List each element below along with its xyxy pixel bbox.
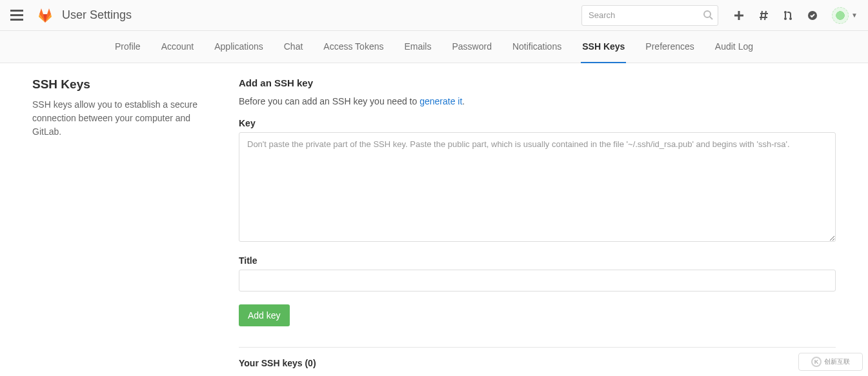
hash-icon[interactable] <box>758 10 769 21</box>
tab-emails[interactable]: Emails <box>403 31 432 63</box>
generate-link[interactable]: generate it <box>419 96 462 106</box>
gitlab-logo-icon[interactable] <box>37 8 53 23</box>
watermark-badge: K 创新互联 <box>798 353 863 371</box>
title-label: Title <box>239 255 836 266</box>
side-panel: SSH Keys SSH keys allow you to establish… <box>32 77 213 376</box>
lead-after: . <box>462 96 465 106</box>
hamburger-menu-icon[interactable] <box>10 10 26 21</box>
tab-password[interactable]: Password <box>450 31 492 63</box>
add-key-heading: Add an SSH key <box>239 77 836 88</box>
svg-point-3 <box>784 17 787 20</box>
svg-point-2 <box>784 11 787 14</box>
content: SSH Keys SSH keys allow you to establish… <box>0 63 868 376</box>
key-label: Key <box>239 118 836 128</box>
search-icon <box>703 10 713 20</box>
plus-icon[interactable] <box>734 10 744 21</box>
side-heading: SSH Keys <box>32 77 213 92</box>
title-input[interactable] <box>239 270 836 292</box>
your-keys-heading: Your SSH keys (0) <box>239 358 836 368</box>
svg-line-1 <box>710 17 712 19</box>
top-bar: User Settings ▼ <box>0 0 868 31</box>
tab-account[interactable]: Account <box>160 31 196 63</box>
key-textarea[interactable] <box>239 132 836 242</box>
tab-audit-log[interactable]: Audit Log <box>714 31 754 63</box>
tab-access-tokens[interactable]: Access Tokens <box>322 31 385 63</box>
svg-point-0 <box>704 11 711 17</box>
watermark-text: 创新互联 <box>824 357 850 366</box>
lead-before: Before you can add an SSH key you need t… <box>239 96 419 106</box>
page-title: User Settings <box>62 8 132 22</box>
svg-point-4 <box>789 17 792 20</box>
tab-ssh-keys[interactable]: SSH Keys <box>581 31 626 63</box>
separator <box>239 347 836 348</box>
header-actions: ▼ <box>734 7 858 24</box>
main-panel: Add an SSH key Before you can add an SSH… <box>239 77 836 376</box>
settings-tabs: Profile Account Applications Chat Access… <box>0 31 868 63</box>
caret-down-icon: ▼ <box>851 12 858 19</box>
tab-applications[interactable]: Applications <box>213 31 265 63</box>
todos-icon[interactable] <box>807 10 818 21</box>
merge-request-icon[interactable] <box>783 10 793 21</box>
user-menu[interactable]: ▼ <box>832 7 858 24</box>
add-key-button[interactable]: Add key <box>239 304 290 326</box>
watermark-icon: K <box>811 357 822 367</box>
side-description: SSH keys allow you to establish a secure… <box>32 98 213 139</box>
tab-preferences[interactable]: Preferences <box>644 31 695 63</box>
search-box <box>581 5 718 26</box>
tab-notifications[interactable]: Notifications <box>511 31 563 63</box>
search-input[interactable] <box>581 5 718 26</box>
tab-chat[interactable]: Chat <box>283 31 305 63</box>
lead-text: Before you can add an SSH key you need t… <box>239 96 836 106</box>
avatar-icon <box>832 7 849 24</box>
tab-profile[interactable]: Profile <box>114 31 142 63</box>
